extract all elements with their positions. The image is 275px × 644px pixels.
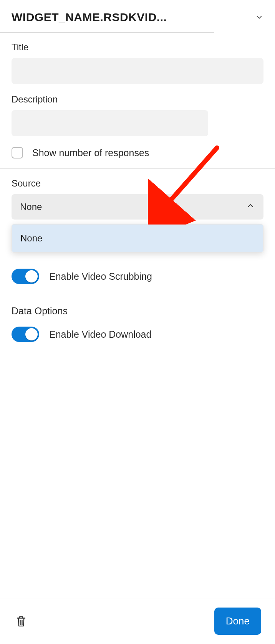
- title-label: Title: [12, 42, 263, 53]
- show-responses-checkbox[interactable]: [12, 147, 23, 159]
- title-input[interactable]: [12, 58, 263, 84]
- source-select[interactable]: None: [12, 194, 263, 220]
- description-input[interactable]: [12, 110, 208, 136]
- source-dropdown-list: None: [12, 224, 263, 253]
- data-options-heading: Data Options: [12, 305, 263, 317]
- widget-title: WIDGET_NAME.RSDKVID...: [12, 11, 249, 24]
- download-row: Enable Video Download: [12, 327, 263, 342]
- chevron-down-icon[interactable]: [255, 13, 263, 21]
- source-option-none[interactable]: None: [12, 225, 263, 252]
- show-responses-row: Show number of responses: [12, 147, 263, 159]
- widget-header: WIDGET_NAME.RSDKVID...: [0, 0, 275, 32]
- enable-download-label: Enable Video Download: [49, 329, 151, 340]
- show-responses-label: Show number of responses: [32, 147, 149, 159]
- description-label: Description: [12, 94, 263, 105]
- source-label: Source: [12, 178, 263, 189]
- footer-bar: Done: [0, 598, 275, 644]
- chevron-up-icon: [246, 201, 255, 213]
- source-section: Source None None Enable Video Scrubbing …: [0, 169, 275, 352]
- enable-download-toggle[interactable]: [12, 327, 39, 342]
- enable-scrubbing-toggle[interactable]: [12, 269, 39, 284]
- source-dropdown: None None: [12, 194, 263, 220]
- scrubbing-row: Enable Video Scrubbing: [12, 269, 263, 284]
- done-button[interactable]: Done: [214, 608, 261, 635]
- enable-scrubbing-label: Enable Video Scrubbing: [49, 271, 152, 282]
- trash-icon[interactable]: [15, 615, 27, 628]
- general-section: Title Description Show number of respons…: [0, 33, 275, 168]
- source-selected-value: None: [20, 201, 42, 212]
